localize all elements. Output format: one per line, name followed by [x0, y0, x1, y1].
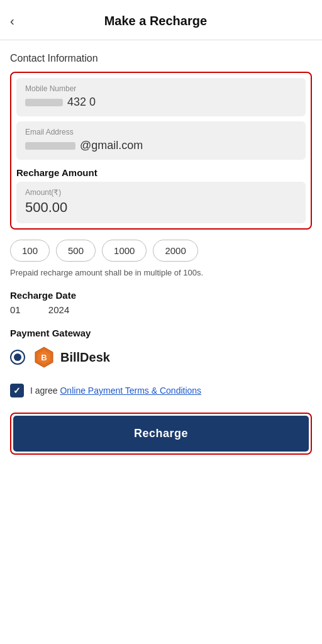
form-section: Mobile Number 432 0 Email Address @gmail… [10, 72, 312, 230]
email-visible-part: @gmail.com [80, 139, 143, 152]
quick-amount-2000[interactable]: 2000 [153, 240, 197, 262]
billdesk-icon: B [33, 346, 55, 369]
mobile-visible-part: 432 0 [67, 96, 96, 108]
email-value: @gmail.com [25, 139, 297, 152]
recharge-button-wrapper: Recharge [10, 413, 312, 455]
recharge-date-value: 01 2024 [10, 304, 312, 315]
terms-row: ✓ I agree Online Payment Terms & Conditi… [10, 384, 312, 397]
billdesk-logo: B BillDesk [33, 346, 110, 369]
quick-amount-500[interactable]: 500 [56, 240, 96, 262]
radio-inner-dot [14, 353, 21, 361]
terms-text: I agree Online Payment Terms & Condition… [30, 386, 201, 396]
recharge-date-label: Recharge Date [10, 290, 312, 301]
terms-link[interactable]: Online Payment Terms & Conditions [60, 386, 201, 396]
mobile-masked-part [25, 99, 63, 106]
page-title: Make a Recharge [19, 14, 292, 28]
prepaid-note: Prepaid recharge amount shall be in mult… [10, 268, 312, 277]
billdesk-name: BillDesk [60, 350, 110, 365]
mobile-number-value: 432 0 [25, 96, 297, 109]
email-masked-part [25, 142, 75, 150]
checkbox-check-icon: ✓ [13, 386, 21, 396]
email-address-field[interactable]: Email Address @gmail.com [16, 121, 306, 160]
quick-amount-1000[interactable]: 1000 [102, 240, 147, 262]
contact-section-label: Contact Information [10, 53, 312, 64]
payment-gateway-label: Payment Gateway [10, 328, 312, 338]
email-label: Email Address [25, 128, 297, 136]
terms-prefix: I agree [30, 386, 60, 396]
amount-field[interactable]: Amount(₹) 500.00 [16, 182, 306, 223]
recharge-amount-section-label: Recharge Amount [11, 165, 311, 179]
header: ‹ Make a Recharge [0, 0, 322, 40]
quick-amounts-row: 100 500 1000 2000 [10, 240, 312, 262]
main-content: Contact Information Mobile Number 432 0 … [0, 40, 322, 467]
quick-amount-100[interactable]: 100 [10, 240, 50, 262]
amount-value: 500.00 [25, 199, 297, 216]
mobile-number-field[interactable]: Mobile Number 432 0 [16, 78, 306, 116]
terms-checkbox[interactable]: ✓ [10, 384, 24, 397]
recharge-date-month: 01 [10, 304, 21, 315]
payment-gateway-row: B BillDesk [10, 346, 312, 369]
back-button[interactable]: ‹ [10, 11, 19, 31]
billdesk-radio[interactable] [10, 350, 25, 365]
recharge-button[interactable]: Recharge [13, 416, 309, 452]
recharge-date-year: 2024 [48, 304, 69, 315]
svg-text:B: B [41, 353, 47, 362]
amount-label: Amount(₹) [25, 188, 297, 197]
mobile-number-label: Mobile Number [25, 84, 297, 93]
